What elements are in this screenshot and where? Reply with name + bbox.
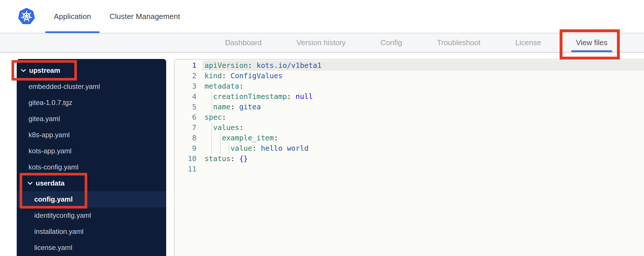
chevron-down-icon[interactable] — [28, 182, 33, 185]
yaml-token-plain — [235, 103, 239, 111]
subnav-tab-troubleshoot[interactable]: Troubleshoot — [432, 33, 485, 52]
code-line-9: 9 value: hello world — [175, 143, 644, 154]
yaml-token-val: ConfigValues — [230, 72, 283, 80]
app-subnav: DashboardVersion historyConfigTroublesho… — [0, 33, 644, 53]
yaml-token-punct: : — [230, 103, 235, 111]
code-line-text: apiVersion: kots.io/v1beta1 — [202, 60, 644, 71]
yaml-token-val: gitea — [239, 103, 261, 111]
line-number: 11 — [175, 164, 202, 174]
line-number: 2 — [175, 71, 202, 81]
line-number: 1 — [175, 60, 202, 71]
yaml-token-punct: : — [274, 134, 278, 142]
tree-folder-upstream[interactable]: upstream — [17, 62, 166, 79]
yaml-token-key: creationTimestamp — [213, 92, 287, 101]
yaml-token-plain — [291, 92, 296, 101]
yaml-token-key: kind — [204, 72, 222, 80]
subnav-tab-config[interactable]: Config — [376, 33, 407, 52]
yaml-token-key: apiVersion — [204, 61, 248, 70]
indent-guide — [211, 102, 212, 112]
tree-item-label: k8s-app.yaml — [29, 131, 70, 139]
yaml-token-punct: : — [252, 144, 257, 152]
yaml-token-plain — [257, 144, 261, 152]
tree-file-identityconfig-yaml[interactable]: identityconfig.yaml — [17, 207, 166, 223]
yaml-code-viewer[interactable]: 1apiVersion: kots.io/v1beta12kind: Confi… — [174, 59, 644, 256]
kots-admin-console: ApplicationCluster Management DashboardV… — [0, 0, 644, 256]
tree-file-embedded-cluster-yaml[interactable]: embedded-cluster.yaml — [17, 79, 166, 95]
tree-item-label: gitea-1.0.7.tgz — [29, 99, 72, 107]
file-tree-sidebar: upstreamembedded-cluster.yamlgitea-1.0.7… — [17, 59, 166, 256]
primary-nav: ApplicationCluster Management — [45, 0, 180, 33]
tree-file-gitea-yaml[interactable]: gitea.yaml — [17, 111, 166, 127]
subnav-tab-label: Dashboard — [225, 38, 262, 47]
tree-file-installation-yaml[interactable]: installation.yaml — [17, 223, 166, 240]
top-tab-cluster-management[interactable]: Cluster Management — [109, 0, 180, 33]
top-tab-label: Application — [54, 12, 91, 21]
line-number: 4 — [175, 91, 202, 102]
yaml-token-punct: : — [248, 61, 252, 70]
line-number: 8 — [175, 133, 202, 143]
subnav-tabs: DashboardVersion historyConfigTroublesho… — [220, 33, 612, 52]
line-number: 10 — [175, 154, 202, 164]
tree-item-label: license.yaml — [34, 244, 72, 252]
subnav-tab-label: View files — [576, 38, 607, 47]
yaml-token-val: kots.io/v1beta1 — [257, 61, 322, 70]
yaml-token-plain — [204, 134, 222, 142]
active-tab-underline — [45, 31, 100, 33]
code-line-11: 11 — [175, 164, 644, 174]
subnav-tab-version-history[interactable]: Version history — [292, 33, 351, 52]
line-number: 6 — [175, 112, 202, 123]
code-line-text: name: gitea — [202, 102, 644, 112]
indent-guide — [220, 143, 221, 154]
tree-file-gitea-1-0-7-tgz[interactable]: gitea-1.0.7.tgz — [17, 95, 166, 111]
tree-item-label: kots-config.yaml — [29, 163, 78, 171]
active-subnav-underline — [571, 50, 612, 52]
code-line-8: 8 example_item: — [175, 133, 644, 143]
line-number: 5 — [175, 102, 202, 112]
indent-guide — [229, 143, 229, 154]
tree-item-label: userdata — [36, 179, 65, 187]
yaml-token-key: value — [230, 144, 252, 152]
line-number: 9 — [175, 143, 202, 154]
subnav-tab-view-files[interactable]: View files — [571, 33, 612, 52]
code-line-4: 4 creationTimestamp: null — [175, 91, 644, 102]
yaml-token-punct: : — [222, 113, 226, 121]
yaml-token-punct: : — [239, 82, 243, 90]
indent-guide — [211, 123, 212, 133]
tree-file-license-yaml[interactable]: license.yaml — [17, 240, 166, 256]
tree-item-label: gitea.yaml — [29, 115, 60, 123]
indent-guide — [211, 143, 212, 154]
code-line-text: value: hello world — [202, 143, 644, 154]
code-line-10: 10status: {} — [175, 154, 644, 164]
top-tab-application[interactable]: Application — [45, 0, 100, 33]
tree-item-label: kots-app.yaml — [29, 147, 71, 155]
yaml-token-key: metadata — [204, 82, 239, 90]
subnav-tab-dashboard[interactable]: Dashboard — [220, 33, 266, 52]
tree-file-kots-config-yaml[interactable]: kots-config.yaml — [17, 159, 166, 175]
tree-file-k8s-app-yaml[interactable]: k8s-app.yaml — [17, 127, 166, 143]
top-tab-label: Cluster Management — [109, 12, 180, 21]
code-line-text: status: {} — [202, 154, 644, 164]
tree-file-config-yaml[interactable]: config.yaml — [17, 191, 166, 207]
code-line-text: creationTimestamp: null — [202, 91, 644, 102]
yaml-token-punct: : — [222, 72, 226, 80]
code-line-text: example_item: — [202, 133, 644, 143]
tree-file-kots-app-yaml[interactable]: kots-app.yaml — [17, 143, 166, 159]
tree-folder-userdata[interactable]: userdata — [17, 175, 166, 191]
yaml-token-plain — [204, 144, 230, 152]
code-line-3: 3metadata: — [175, 81, 644, 91]
yaml-token-punct: : — [239, 123, 243, 132]
yaml-token-key: spec — [204, 113, 222, 121]
tree-item-label: identityconfig.yaml — [34, 211, 91, 219]
code-line-5: 5 name: gitea — [175, 102, 644, 112]
chevron-down-icon[interactable] — [21, 69, 26, 72]
subnav-tab-license[interactable]: License — [510, 33, 546, 52]
tree-item-label: config.yaml — [34, 195, 73, 203]
yaml-token-punct: : — [287, 92, 291, 101]
subnav-tab-label: License — [515, 38, 541, 47]
yaml-token-val: hello world — [261, 144, 309, 152]
yaml-token-plain — [252, 61, 257, 70]
yaml-token-key: values — [213, 123, 239, 132]
yaml-token-atom: {} — [239, 154, 248, 163]
tree-item-label: embedded-cluster.yaml — [29, 83, 100, 91]
app-header: ApplicationCluster Management — [0, 0, 644, 33]
